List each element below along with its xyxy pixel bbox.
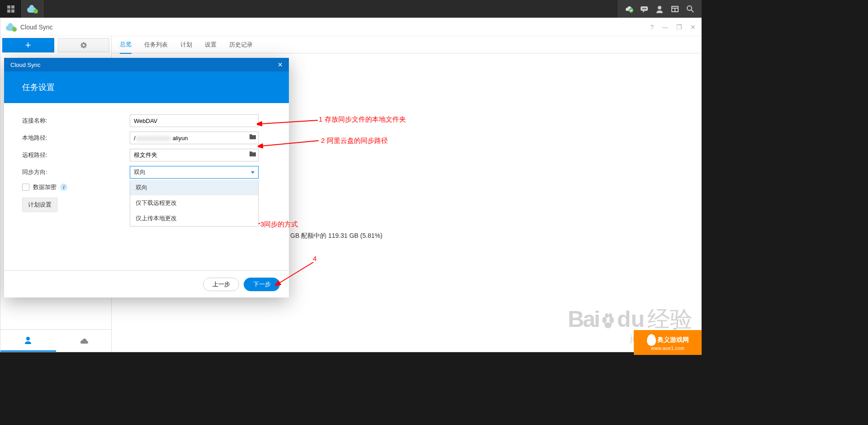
app-title-icon bbox=[6, 22, 17, 33]
svg-point-16 bbox=[82, 44, 85, 47]
modal-titlebar: Cloud Sync × bbox=[4, 58, 289, 71]
svg-point-7 bbox=[644, 8, 645, 9]
toolbar-left bbox=[0, 0, 43, 18]
svg-point-22 bbox=[602, 317, 607, 323]
local-path-value: aliyun bbox=[173, 135, 188, 142]
tab-overview[interactable]: 总览 bbox=[120, 36, 132, 54]
modal-banner-text: 任务设置 bbox=[22, 82, 55, 93]
svg-point-25 bbox=[609, 313, 612, 318]
svg-rect-0 bbox=[7, 5, 10, 9]
titlebar: Cloud Sync ? — ❐ ✕ bbox=[0, 18, 701, 36]
person-icon bbox=[24, 335, 33, 345]
chevron-down-icon bbox=[251, 171, 255, 174]
connection-name-field[interactable] bbox=[134, 118, 255, 124]
app-title: Cloud Sync bbox=[20, 24, 53, 31]
modal-body: 连接名称: 本地路径: / xxxxxxxxxxxx aliyun 远程路径: … bbox=[4, 103, 289, 270]
local-path-blurred: xxxxxxxxxxxx bbox=[136, 135, 171, 142]
next-button[interactable]: 下一步 bbox=[244, 278, 280, 291]
remote-path-label: 远程路径: bbox=[22, 151, 130, 159]
settings-button[interactable] bbox=[58, 38, 110, 52]
svg-rect-13 bbox=[675, 9, 678, 11]
svg-point-8 bbox=[645, 8, 646, 9]
annotation-1: 1 存放同步文件的本地文件夹 bbox=[319, 115, 406, 124]
svg-point-23 bbox=[609, 317, 614, 323]
svg-rect-3 bbox=[11, 9, 14, 13]
quota-text: GB 配额中的 119.31 GB (5.81%) bbox=[290, 232, 701, 240]
svg-point-24 bbox=[605, 313, 609, 318]
toolbar-right bbox=[618, 0, 702, 18]
cloud-status-icon[interactable] bbox=[622, 2, 636, 16]
tab-schedule[interactable]: 计划 bbox=[180, 36, 192, 53]
grid-apps-button[interactable] bbox=[0, 0, 22, 18]
dropdown-option-upload-only[interactable]: 仅上传本地更改 bbox=[130, 211, 258, 226]
close-icon[interactable]: ✕ bbox=[690, 24, 696, 31]
svg-line-19 bbox=[261, 141, 319, 146]
encryption-label: 数据加密 bbox=[33, 183, 57, 191]
remote-path-browse-icon[interactable] bbox=[249, 151, 256, 159]
svg-line-18 bbox=[260, 120, 318, 124]
connection-name-input[interactable] bbox=[130, 114, 259, 127]
annotation-2: 2 阿里云盘的同步路径 bbox=[321, 137, 388, 145]
cloud-icon bbox=[79, 336, 89, 346]
minimize-icon[interactable]: — bbox=[662, 24, 668, 31]
arrow-1 bbox=[257, 118, 320, 127]
sidebar-tabs bbox=[0, 329, 111, 352]
banner-text: 奥义游戏网 bbox=[657, 336, 689, 344]
svg-line-15 bbox=[691, 10, 693, 12]
cloud-sync-app-button[interactable] bbox=[22, 0, 43, 18]
chat-icon[interactable] bbox=[637, 2, 651, 16]
sidebar-tab-user[interactable] bbox=[0, 330, 56, 352]
modal-close-button[interactable]: × bbox=[278, 60, 283, 70]
prev-button[interactable]: 上一步 bbox=[203, 278, 239, 291]
system-top-toolbar bbox=[0, 0, 702, 18]
row-local-path: 本地路径: / xxxxxxxxxxxx aliyun bbox=[22, 132, 271, 144]
local-path-input[interactable]: / xxxxxxxxxxxx aliyun bbox=[130, 132, 259, 144]
encryption-checkbox[interactable] bbox=[22, 184, 29, 191]
schedule-settings-button[interactable]: 计划设置 bbox=[22, 198, 57, 212]
help-icon[interactable]: ? bbox=[650, 24, 654, 31]
task-settings-modal: Cloud Sync × 任务设置 连接名称: 本地路径: / xxxxxxxx… bbox=[4, 58, 289, 298]
svg-rect-1 bbox=[11, 5, 14, 9]
svg-point-14 bbox=[687, 6, 692, 10]
sidebar-actions: + bbox=[0, 36, 111, 54]
maximize-icon[interactable]: ❐ bbox=[676, 24, 682, 31]
remote-path-input[interactable]: 根文件夹 bbox=[130, 149, 259, 161]
svg-point-6 bbox=[642, 8, 643, 9]
tab-history[interactable]: 历史记录 bbox=[229, 36, 253, 53]
tab-tasks[interactable]: 任务列表 bbox=[144, 36, 168, 53]
content-tabs: 总览 任务列表 计划 设置 历史记录 bbox=[112, 36, 701, 53]
tab-settings[interactable]: 设置 bbox=[205, 36, 217, 53]
sync-direction-select[interactable]: 双向 双向 仅下载远程更改 仅上传本地更改 bbox=[130, 166, 259, 179]
svg-line-21 bbox=[278, 262, 313, 283]
local-path-browse-icon[interactable] bbox=[249, 133, 256, 142]
user-icon[interactable] bbox=[653, 2, 666, 16]
modal-banner: 任务设置 bbox=[4, 71, 289, 103]
row-sync-direction: 同步方向: 双向 双向 仅下载远程更改 仅上传本地更改 bbox=[22, 166, 271, 179]
arrow-4 bbox=[275, 260, 316, 287]
search-icon[interactable] bbox=[684, 2, 697, 16]
info-icon[interactable]: i bbox=[60, 184, 67, 191]
dropdown-option-download-only[interactable]: 仅下载远程更改 bbox=[130, 195, 258, 211]
gear-icon bbox=[80, 41, 88, 49]
sync-direction-value: 双向 bbox=[134, 168, 146, 176]
bottom-banner: 奥义游戏网 www.aoe1.com bbox=[634, 330, 702, 355]
banner-url: www.aoe1.com bbox=[651, 346, 684, 351]
arrow-2 bbox=[258, 138, 321, 149]
annotation-3: 3同步的方式 bbox=[260, 220, 298, 229]
svg-rect-11 bbox=[672, 7, 678, 8]
row-remote-path: 远程路径: 根文件夹 bbox=[22, 149, 271, 161]
svg-point-4 bbox=[629, 8, 633, 13]
dropdown-option-bidirectional[interactable]: 双向 bbox=[130, 180, 258, 195]
connection-name-label: 连接名称: bbox=[22, 117, 130, 125]
local-path-label: 本地路径: bbox=[22, 134, 130, 142]
sync-direction-label: 同步方向: bbox=[22, 168, 130, 176]
modal-title-text: Cloud Sync bbox=[10, 61, 40, 68]
add-connection-button[interactable]: + bbox=[2, 38, 54, 52]
svg-rect-2 bbox=[7, 9, 10, 13]
modal-footer: 上一步 下一步 bbox=[4, 270, 289, 298]
svg-point-9 bbox=[658, 6, 661, 9]
banner-logo-row: 奥义游戏网 bbox=[647, 334, 689, 346]
dashboard-icon[interactable] bbox=[668, 2, 682, 16]
sidebar-tab-cloud[interactable] bbox=[56, 330, 112, 352]
row-connection-name: 连接名称: bbox=[22, 114, 271, 127]
